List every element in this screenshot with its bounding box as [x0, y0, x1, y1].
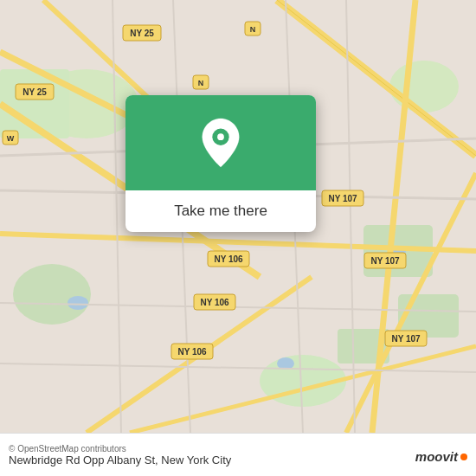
svg-text:N: N: [198, 79, 204, 87]
take-me-there-button[interactable]: Take me there: [138, 199, 304, 223]
location-popup: Take me there: [125, 95, 316, 232]
svg-text:NY 107: NY 107: [328, 194, 357, 203]
svg-text:NY 107: NY 107: [391, 334, 421, 344]
svg-text:NY 25: NY 25: [23, 87, 47, 97]
svg-text:NY 25: NY 25: [130, 29, 154, 38]
copyright-text: © OpenStreetMap contributors: [9, 444, 467, 453]
moovit-text: moovit: [415, 449, 458, 464]
location-pin-icon: [198, 117, 243, 169]
svg-text:W: W: [7, 134, 15, 143]
svg-text:NY 106: NY 106: [214, 254, 243, 264]
svg-point-6: [389, 61, 459, 113]
bottom-bar: © OpenStreetMap contributors Newbridge R…: [0, 433, 476, 476]
svg-text:NY 106: NY 106: [200, 298, 229, 307]
moovit-dot-icon: [460, 453, 467, 460]
location-title: Newbridge Rd Opp Albany St, New York Cit…: [9, 453, 467, 466]
svg-text:NY 107: NY 107: [370, 256, 400, 266]
popup-label-area: Take me there: [125, 190, 316, 232]
svg-text:NY 106: NY 106: [177, 347, 207, 357]
svg-point-1: [13, 264, 91, 325]
svg-point-9: [68, 296, 88, 310]
popup-header: [125, 95, 316, 190]
svg-point-56: [217, 133, 224, 140]
moovit-logo: moovit: [415, 449, 467, 464]
svg-text:N: N: [250, 25, 256, 34]
map-container: NY 25 NY 25 N N W W NY 107 NY 107 NY 107…: [0, 0, 476, 433]
